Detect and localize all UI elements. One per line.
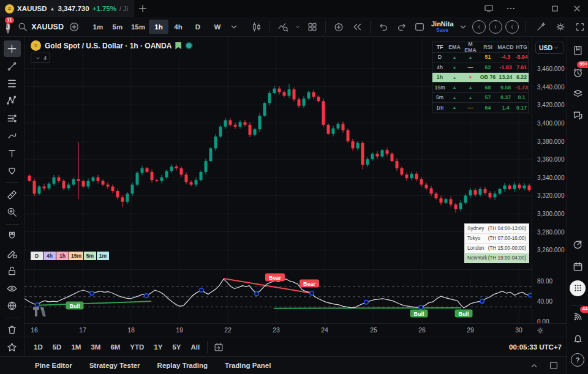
range-button-5D[interactable]: 5D [48, 342, 66, 353]
toolbar-replay-icon[interactable] [349, 19, 366, 35]
price-axis[interactable]: USD 3,460.0003,440.0003,420.0003,400.000… [532, 37, 567, 323]
toolbar-redo-icon[interactable] [393, 19, 410, 35]
pattern-tool[interactable] [4, 92, 21, 109]
tf-chip-5m[interactable]: 5m [84, 252, 96, 260]
timeframe-button-D[interactable]: D [188, 20, 208, 34]
maximize-panel-button[interactable] [547, 359, 560, 372]
sidebar-object-tree-button[interactable] [570, 86, 586, 102]
range-button-All[interactable]: All [187, 342, 205, 353]
layout-slot-icon[interactable] [472, 20, 486, 34]
table-row[interactable]: 15m▲▲689.58-1.73 [432, 82, 529, 92]
range-button-1M[interactable]: 1M [67, 342, 85, 353]
bottom-tab-pine-editor[interactable]: Pine Editor [35, 362, 72, 369]
compare-add-button[interactable] [69, 19, 80, 35]
crosshair-tool[interactable] [4, 40, 21, 57]
bottom-tab-replay-trading[interactable]: Replay Trading [157, 362, 208, 369]
flag-icon[interactable] [175, 42, 181, 50]
symbol-search[interactable]: XAUUSD [13, 19, 67, 35]
legend-collapse-chip[interactable]: 4 [31, 53, 50, 63]
layout-slot-icon[interactable] [505, 20, 519, 34]
zoom-in-tool[interactable] [4, 204, 21, 220]
table-row[interactable]: 5m▲▲570.370.1 [432, 92, 529, 103]
fullscreen-icon[interactable] [572, 19, 588, 35]
tf-chip-D[interactable]: D [31, 252, 43, 260]
text-tool[interactable] [4, 145, 21, 162]
tf-chip-15m[interactable]: 15m [69, 252, 83, 260]
sidebar-ideas-button[interactable] [570, 237, 586, 252]
lock-all-tool[interactable] [4, 263, 21, 279]
sidebar-apps-button[interactable] [570, 280, 586, 296]
titlebar-close-icon[interactable] [566, 0, 588, 17]
trend-line-tool[interactable] [4, 58, 21, 74]
titlebar-monitor-icon[interactable] [478, 0, 500, 17]
oscillator-pane[interactable]: BullBearBearBullBull [24, 269, 532, 324]
draw-lock-tool[interactable] [4, 245, 21, 262]
symbol-tab[interactable]: ≡ XAUUSD ▲ 3,347.730 +1.75% / Ji [0, 0, 134, 17]
new-tab-button[interactable] [134, 0, 151, 17]
chart-legend[interactable]: ≡ Gold Spot / U.S. Dollar · 1h · OANDA [31, 40, 193, 51]
sidebar-streams-button[interactable]: 44 [570, 309, 586, 324]
time-axis-settings-icon[interactable] [535, 325, 546, 336]
tf-chip-1h[interactable]: 1h [56, 252, 69, 260]
titlebar-dots-menu-icon[interactable] [500, 0, 522, 17]
layout-chevron[interactable] [458, 20, 469, 34]
timeframe-button-W[interactable]: W [208, 20, 227, 34]
magnet-tool[interactable] [4, 228, 21, 244]
sidebar-chat-button[interactable] [570, 108, 586, 123]
sidebar-calendar-button[interactable] [570, 259, 586, 274]
quick-search-icon[interactable] [533, 19, 549, 35]
hide-drawings-tool[interactable] [4, 280, 21, 296]
toolbar-undo-icon[interactable] [375, 19, 392, 35]
range-button-YTD[interactable]: YTD [126, 342, 148, 353]
table-row[interactable]: 1m▲—641.40.17 [432, 102, 529, 113]
avatar[interactable]: J 11 [6, 20, 10, 34]
sidebar-alerts-button[interactable]: 99+ [570, 64, 586, 80]
timeframe-chevron[interactable] [228, 20, 239, 34]
timeframe-button-15m[interactable]: 15m [127, 20, 149, 34]
toolbar-layout-grid-icon[interactable] [304, 19, 321, 35]
timeframe-button-4h[interactable]: 4h [168, 20, 188, 34]
layout-slot-icon[interactable] [489, 20, 502, 34]
gear-icon[interactable] [552, 19, 568, 35]
bottom-tab-trading-panel[interactable]: Trading Panel [225, 362, 271, 369]
forecast-tool[interactable] [4, 110, 21, 127]
toolbar-alert-plus-icon[interactable] [330, 19, 347, 35]
tf-chip-1m[interactable]: 1m [97, 252, 109, 260]
sidebar-notifications-button[interactable] [570, 331, 586, 346]
tf-chip-4h[interactable]: 4h [43, 252, 56, 260]
sidebar-help-button[interactable]: ? [570, 353, 586, 368]
emoji-tool[interactable] [4, 162, 21, 179]
fib-tool[interactable] [4, 75, 21, 92]
trash-tool[interactable] [4, 321, 21, 338]
timeframe-button-5m[interactable]: 5m [108, 20, 127, 34]
table-row[interactable]: 1h▲▼OB 7613.246.22 [432, 72, 529, 83]
table-row[interactable]: 4h▲—62-1.837.61 [432, 62, 529, 72]
range-button-1D[interactable]: 1D [29, 342, 47, 353]
timeframe-button-1m[interactable]: 1m [88, 20, 108, 34]
brush-tool[interactable] [4, 127, 21, 144]
layout-square-icon[interactable] [412, 19, 428, 35]
ruler-tool[interactable] [4, 186, 21, 203]
layout-name-button[interactable]: JinNita Save [431, 21, 454, 33]
range-button-3M[interactable]: 3M [86, 342, 105, 353]
range-button-6M[interactable]: 6M [106, 342, 124, 353]
sync-drawings-tool[interactable] [4, 297, 21, 314]
goto-date-button[interactable] [211, 339, 227, 355]
titlebar-minimize-icon[interactable] [522, 0, 544, 17]
titlebar-maximize-icon[interactable] [544, 0, 566, 17]
table-row[interactable]: D▲▲51-4.3-5.94 [432, 52, 529, 62]
toolbar-indicators-icon[interactable] [274, 19, 292, 35]
range-buttons: 1D5D1M3M6MYTD1Y5YAll [29, 342, 204, 353]
range-button-1Y[interactable]: 1Y [149, 342, 167, 353]
bottom-tab-strategy-tester[interactable]: Strategy Tester [89, 362, 140, 369]
tradingview-logo[interactable] [33, 307, 49, 319]
indicators-chevron[interactable] [293, 20, 303, 34]
timeframe-button-1h[interactable]: 1h [149, 20, 168, 34]
currency-dropdown[interactable]: USD [535, 42, 564, 54]
toolbar-candles-icon[interactable] [248, 19, 265, 35]
expand-panel-button[interactable] [527, 359, 541, 372]
range-button-5Y[interactable]: 5Y [168, 342, 185, 353]
time-axis[interactable]: 1617181922232425262930 [24, 323, 567, 337]
clock[interactable]: 00:05:33 UTC+7 [509, 343, 562, 351]
sidebar-watchlist-button[interactable] [570, 43, 586, 58]
